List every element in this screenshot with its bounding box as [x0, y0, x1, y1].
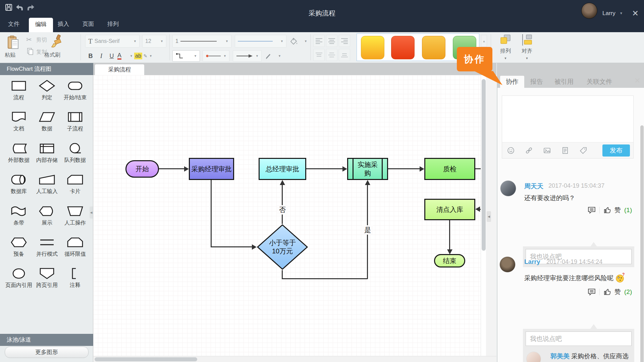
shape-library-title[interactable]: FlowChart 流程图: [0, 63, 93, 75]
close-app-icon[interactable]: ✕: [632, 9, 639, 18]
avatar-zhou[interactable]: [500, 180, 516, 196]
shape-document[interactable]: 文档: [5, 111, 33, 132]
reply-author[interactable]: 郭美美: [550, 353, 570, 360]
valign-middle-button[interactable]: [326, 49, 337, 61]
font-size-select[interactable]: 12 ▼: [142, 35, 166, 48]
arrow-end-select[interactable]: ▼: [233, 50, 262, 62]
underline-button[interactable]: U: [107, 50, 117, 62]
format-painter-icon[interactable]: [51, 34, 62, 50]
line-width-select[interactable]: 1 ▼: [172, 35, 231, 48]
node-count-into-warehouse[interactable]: 清点入库: [424, 199, 475, 220]
connector-type-select[interactable]: ▼: [172, 50, 200, 62]
shape-internal-storage[interactable]: 内部存储: [33, 142, 61, 164]
shape-manual-operation[interactable]: 人工操作: [61, 205, 89, 227]
highlight-button[interactable]: ab ✎ ▼: [134, 50, 152, 62]
close-panel-icon[interactable]: ✕: [634, 76, 640, 85]
bold-button[interactable]: B: [85, 50, 96, 62]
theme-swatch-yellow[interactable]: [361, 36, 384, 59]
note-icon[interactable]: [561, 146, 569, 155]
like-label[interactable]: 赞: [614, 288, 621, 296]
reply-comment-icon[interactable]: [587, 288, 596, 296]
arrange-button[interactable]: 排列 ▼: [496, 34, 515, 61]
shape-annotation[interactable]: 注释: [61, 267, 89, 289]
menu-edit[interactable]: 编辑: [29, 18, 53, 32]
menu-page[interactable]: 页面: [83, 20, 94, 28]
align-text-left-button[interactable]: [313, 35, 325, 47]
menu-insert[interactable]: 插入: [58, 20, 69, 28]
user-avatar[interactable]: [581, 3, 597, 19]
font-color-button[interactable]: A ▼: [117, 50, 133, 62]
comment-author[interactable]: Larry: [524, 258, 540, 265]
fill-color-button[interactable]: ▼: [290, 35, 307, 48]
avatar-guo[interactable]: [526, 352, 541, 362]
shape-on-page-reference[interactable]: 页面内引用: [5, 267, 33, 289]
shape-card[interactable]: 卡片: [61, 174, 89, 195]
shape-off-page-reference[interactable]: 跨页引用: [33, 267, 61, 289]
diagram-canvas[interactable]: 否 是 开始 采购经理审批 总经理审批 实施采购 质检 清点入库 结束: [93, 75, 496, 362]
theme-swatch-red[interactable]: [391, 36, 415, 59]
node-general-manager-approval[interactable]: 总经理审批: [259, 158, 306, 180]
shape-tape[interactable]: 条带: [5, 205, 33, 227]
shape-process[interactable]: 流程: [5, 80, 33, 101]
panel-collapse-handle[interactable]: ◀: [487, 211, 491, 222]
paste-button[interactable]: [4, 35, 22, 50]
canvas-tab[interactable]: 采购流程: [95, 64, 144, 75]
format-painter-label[interactable]: 格式刷: [44, 52, 60, 59]
node-implement-purchase[interactable]: 实施采购: [347, 158, 388, 180]
shape-manual-input[interactable]: 人工输入: [33, 174, 61, 195]
panel-scrollbar-thumb[interactable]: [640, 125, 644, 362]
valign-bottom-button[interactable]: [339, 49, 350, 61]
thumbs-up-icon[interactable]: [603, 288, 611, 296]
like-label[interactable]: 赞: [614, 206, 621, 215]
shape-external-data[interactable]: 外部数据: [5, 142, 33, 164]
user-name[interactable]: Larry: [602, 10, 615, 17]
line-color-button[interactable]: ▼: [265, 50, 281, 62]
tag-icon[interactable]: [579, 146, 587, 155]
save-icon[interactable]: [5, 3, 13, 11]
redo-icon[interactable]: [27, 4, 35, 11]
shape-data[interactable]: 数据: [33, 111, 61, 132]
sidebar-collapse-handle[interactable]: ◀: [90, 206, 93, 219]
shape-subprocess[interactable]: 子流程: [61, 111, 89, 132]
image-icon[interactable]: [543, 146, 551, 155]
theme-swatch-orange[interactable]: [422, 36, 445, 59]
shape-display[interactable]: 展示: [33, 205, 61, 227]
emoji-icon[interactable]: [507, 146, 515, 155]
avatar-larry[interactable]: [499, 256, 516, 273]
shape-preparation[interactable]: 预备: [5, 236, 33, 258]
thumbs-up-icon[interactable]: [603, 206, 611, 214]
shape-queue-data[interactable]: 队列数据: [61, 142, 89, 164]
node-decision-lte-100k[interactable]: 小于等于10万元: [257, 224, 308, 270]
tab-report[interactable]: 报告: [530, 76, 543, 88]
canvas-horizontal-scrollbar-thumb[interactable]: [95, 357, 197, 361]
paste-label[interactable]: 粘贴: [5, 52, 15, 59]
more-shapes-button[interactable]: 更多图形: [5, 347, 89, 358]
node-end[interactable]: 结束: [434, 254, 465, 267]
menu-file[interactable]: 文件: [8, 20, 19, 28]
align-text-right-button[interactable]: [339, 35, 350, 47]
reply-comment-icon[interactable]: [587, 206, 596, 215]
align-button[interactable]: 对齐 ▼: [517, 34, 537, 61]
italic-button[interactable]: I: [97, 50, 106, 62]
align-text-center-button[interactable]: [326, 35, 337, 47]
node-quality-check[interactable]: 质检: [424, 158, 475, 180]
font-family-select[interactable]: T Sans-Serif ▼: [85, 35, 140, 48]
line-style-select[interactable]: ▼: [235, 35, 286, 48]
comment-author[interactable]: 周天天: [524, 182, 543, 191]
cut-label[interactable]: 剪切: [36, 37, 47, 44]
tab-referenced[interactable]: 被引用: [554, 76, 574, 88]
pools-section-title[interactable]: 泳池/泳道: [0, 334, 93, 346]
canvas-vertical-scrollbar-thumb[interactable]: [482, 79, 486, 251]
copy-icon[interactable]: [27, 48, 34, 55]
publish-button[interactable]: 发布: [602, 144, 630, 157]
line-start-select[interactable]: ▼: [203, 50, 229, 62]
link-icon[interactable]: [525, 146, 533, 155]
swatch-scroll-up-icon[interactable]: ▲: [481, 35, 487, 47]
shape-parallel-mode[interactable]: 并行模式: [33, 236, 61, 258]
menu-arrange[interactable]: 排列: [107, 20, 119, 28]
shape-database[interactable]: 数据库: [5, 174, 33, 195]
user-menu-caret-icon[interactable]: ▼: [620, 11, 623, 15]
valign-top-button[interactable]: [313, 49, 325, 61]
shape-terminator[interactable]: 开始/结束: [61, 80, 89, 101]
shape-decision[interactable]: 判定: [33, 80, 61, 101]
